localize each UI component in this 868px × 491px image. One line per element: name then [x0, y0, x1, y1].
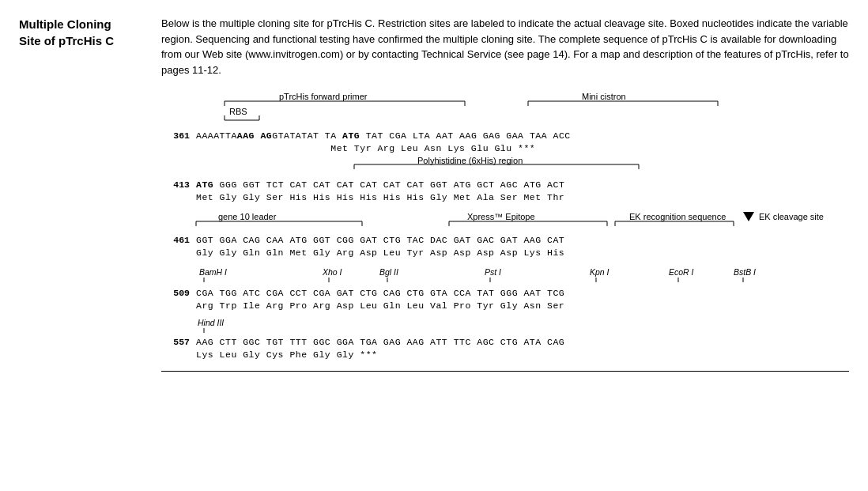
ecor1-label: EcoR I — [669, 267, 694, 277]
seq-row-509: 509 CGA TGG ATC CGA CCT CGA GAT CTG CAG … — [161, 287, 849, 312]
dna-461: GGT GGA CAG CAA ATG GGT CGG GAT CTG TAC … — [196, 234, 564, 247]
aa-461: Gly Gly Gln Gln Met Gly Arg Asp Leu Tyr … — [196, 247, 564, 259]
xpress-label: Xpress™ Epitope — [467, 212, 535, 221]
aa-361: Met Tyr Arg Leu Asn Lys Glu Glu *** — [196, 142, 571, 155]
dna-413: ATG GGG GGT TCT CAT CAT CAT CAT CAT CAT … — [196, 179, 564, 191]
ek-cleavage-label: EK cleavage site — [759, 212, 824, 221]
aa-413: Met Gly Gly Ser His His His His His His … — [196, 191, 564, 204]
kpn1-label: Kpn I — [590, 267, 609, 277]
annotation-svg-461: gene 10 leader Xpress™ Epitope EK recogn… — [196, 206, 813, 234]
bstb1-label: BstB I — [734, 267, 756, 277]
polyhistidine-label: Polyhistidine (6xHis) region — [417, 156, 523, 165]
seq-row-557: 557 AAG CTT GGC TGT TTT GGC GGA TGA GAG … — [161, 336, 849, 361]
bgl2-label: Bgl II — [379, 267, 398, 277]
seq-row-461: 461 GGT GGA CAG CAA ATG GGT CGG GAT CTG … — [161, 234, 849, 259]
annotation-svg-557: Hind III — [196, 314, 512, 336]
ptrcfwd-label: pTrcHis forward primer — [279, 92, 368, 101]
seq-num-461: 461 — [161, 234, 190, 247]
seq-num-361: 361 — [161, 130, 190, 142]
seq-row-413: 413 ATG GGG GGT TCT CAT CAT CAT CAT CAT … — [161, 179, 849, 204]
pst1-label: Pst I — [485, 267, 501, 277]
seq-num-413: 413 — [161, 179, 190, 191]
aa-509: Arg Trp Ile Arg Pro Arg Asp Leu Gln Leu … — [196, 300, 564, 312]
sequence-diagram: RBS pTrcHis forward primer Mini cistron … — [161, 92, 849, 372]
ek-cleavage-triangle — [743, 212, 754, 221]
section-title: Multiple Cloning Site of pTrcHis C — [19, 16, 145, 372]
dna-557: AAG CTT GGC TGT TTT GGC GGA TGA GAG AAG … — [196, 336, 564, 349]
xho1-label: Xho I — [322, 267, 342, 277]
annotation-svg-509-top: BamH I Xho I Bgl II Pst I Kpn I Eco — [196, 262, 797, 287]
seq-row-361: 361 AAAATTAAAG AGGTATATAT TA ATG TAT CGA… — [161, 130, 849, 155]
gene10-label: gene 10 leader — [218, 212, 277, 221]
description-text: Below is the multiple cloning site for p… — [161, 16, 849, 77]
annotation-svg-361: RBS pTrcHis forward primer Mini cistron — [196, 92, 749, 130]
rbs-label: RBS — [229, 107, 247, 116]
ek-recognition-label: EK recognition sequence — [629, 212, 726, 221]
bamh1-label: BamH I — [199, 267, 227, 277]
dna-361: AAAATTAAAG AGGTATATAT TA ATG TAT CGA LTA… — [196, 130, 571, 142]
dna-509: CGA TGG ATC CGA CCT CGA GAT CTG CAG CTG … — [196, 287, 564, 300]
hind3-label: Hind III — [198, 318, 224, 327]
seq-num-557: 557 — [161, 336, 190, 349]
bottom-divider — [161, 371, 849, 372]
mini-cistron-label: Mini cistron — [582, 92, 626, 101]
aa-557: Lys Leu Gly Cys Phe Gly Gly *** — [196, 349, 564, 361]
annotation-svg-413: Polyhistidine (6xHis) region — [196, 157, 749, 179]
seq-num-509: 509 — [161, 287, 190, 300]
